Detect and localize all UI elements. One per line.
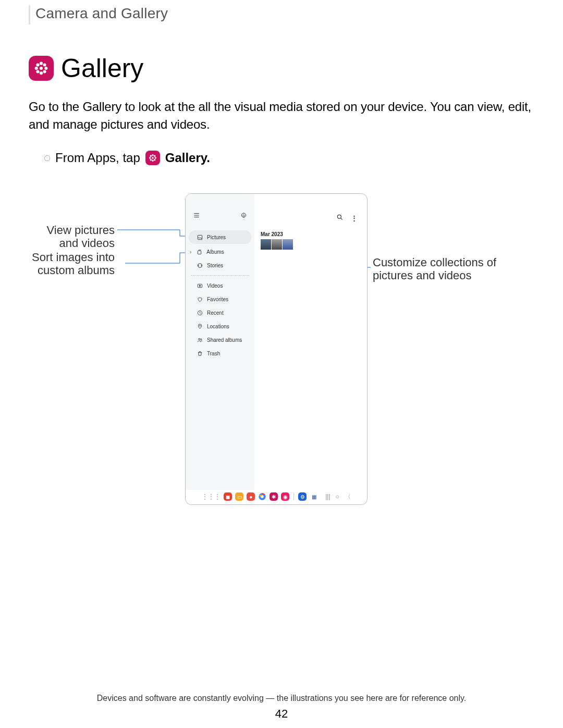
svg-point-6 [43,63,46,66]
sidebar-item-pictures[interactable]: Pictures [189,230,251,244]
device-screenshot: Pictures › Albums Stories Videos [185,193,368,505]
sidebar-item-label: Shared albums [207,337,242,343]
section-title: Camera and Gallery [35,5,168,21]
thumbnail[interactable] [272,239,282,250]
sidebar-item-favorites[interactable]: Favorites [186,292,254,306]
callout-customize: Customize collections of pictures and vi… [373,256,534,282]
albums-icon [197,249,202,255]
svg-point-17 [154,159,155,161]
sidebar-item-label: Stories [207,263,223,268]
thumbnail[interactable] [283,239,293,250]
sidebar-item-stories[interactable]: Stories [186,258,254,272]
instruction-lead: From Apps, tap [55,151,140,165]
svg-point-0 [40,67,43,70]
apps-grid-icon[interactable]: ⋮⋮⋮ [202,493,221,500]
callout-view: View pictures and videos [29,224,115,250]
svg-line-34 [340,218,342,219]
sidebar-item-label: Videos [207,283,223,289]
svg-point-1 [40,62,43,65]
search-icon[interactable] [336,214,344,223]
svg-point-16 [150,159,151,161]
sidebar-divider [191,275,249,276]
chevron-right-icon: › [190,249,191,255]
clock-icon [197,310,203,316]
menu-icon[interactable] [193,212,200,220]
sidebar-item-label: Recent [207,310,224,316]
sidebar-item-albums[interactable]: › Albums [186,245,254,258]
device-dock: ⋮⋮⋮ ◼ ▭ ● ✱ ◉ ⚙ ▦ ||| ○ 〈 [186,491,367,502]
section-header: Camera and Gallery [29,5,534,24]
svg-rect-23 [198,251,201,254]
illustration-area: View pictures and videos Sort images int… [29,193,534,527]
pin-icon [197,324,203,329]
nav-back-icon[interactable]: 〈 [345,492,351,501]
svg-point-4 [44,67,47,70]
sidebar-item-recent[interactable]: Recent [186,306,254,319]
dock-app-icon[interactable]: ● [247,492,255,501]
sidebar: Pictures › Albums Stories Videos [186,194,254,490]
disclaimer-text: Devices and software are constantly evol… [0,694,563,703]
svg-point-3 [35,67,38,70]
shared-icon [197,337,203,343]
callout-sort: Sort images into custom albums [29,251,115,277]
sidebar-item-label: Trash [207,351,220,356]
thumbnail[interactable] [261,239,271,250]
svg-point-21 [243,215,244,216]
page-title-row: Gallery [29,53,534,83]
nav-home-icon[interactable]: ○ [336,493,339,500]
svg-point-12 [149,157,151,158]
gallery-app-icon [29,56,54,81]
sidebar-item-label: Albums [206,249,224,255]
sidebar-item-label: Pictures [207,235,226,240]
dock-separator [293,493,294,500]
svg-point-7 [36,70,39,73]
thumbnail-row [261,239,361,250]
instruction-app-name: Gallery. [165,151,210,165]
svg-point-13 [154,157,156,158]
nav-recent-icon[interactable]: ||| [325,493,330,500]
svg-point-30 [200,325,201,326]
settings-icon[interactable] [240,212,247,220]
svg-point-10 [152,154,153,156]
sidebar-item-shared[interactable]: Shared albums [186,333,254,347]
dock-app-icon[interactable]: ▦ [310,492,318,501]
svg-point-8 [43,70,46,73]
sidebar-item-label: Favorites [207,297,228,302]
svg-point-31 [199,338,200,340]
sidebar-item-videos[interactable]: Videos [186,279,254,292]
gallery-app-icon-small [145,151,160,165]
chrome-icon[interactable] [258,492,266,501]
svg-point-2 [40,71,43,75]
instruction-row: From Apps, tap Gallery. [44,151,534,165]
svg-point-32 [201,339,202,340]
sidebar-item-locations[interactable]: Locations [186,319,254,333]
stories-icon [197,263,203,268]
svg-rect-22 [198,235,202,239]
svg-point-33 [337,215,341,218]
dock-app-icon[interactable]: ◉ [281,492,289,501]
heart-icon [197,297,203,302]
svg-point-14 [150,155,151,157]
svg-point-15 [154,155,155,157]
svg-point-9 [152,157,153,158]
page-number: 42 [0,707,563,721]
page-description: Go to the Gallery to look at the all the… [29,98,534,133]
trash-icon [197,351,203,356]
date-label: Mar 2023 [261,231,361,237]
dock-app-icon[interactable]: ▭ [235,492,243,501]
page-title: Gallery [61,53,143,83]
image-icon [197,235,203,240]
gallery-dock-icon[interactable]: ✱ [270,492,278,501]
sidebar-item-trash[interactable]: Trash [186,347,254,360]
more-icon[interactable]: ⋮ [351,214,358,222]
svg-rect-24 [199,264,202,267]
dock-app-icon[interactable]: ◼ [224,492,232,501]
video-icon [197,283,203,289]
dock-app-icon[interactable]: ⚙ [298,492,307,501]
svg-point-5 [36,63,39,66]
bullet-icon [44,155,50,161]
sidebar-item-label: Locations [207,324,229,329]
content-area: ⋮ Mar 2023 [254,194,367,490]
svg-marker-28 [200,285,201,287]
svg-point-11 [152,160,153,162]
